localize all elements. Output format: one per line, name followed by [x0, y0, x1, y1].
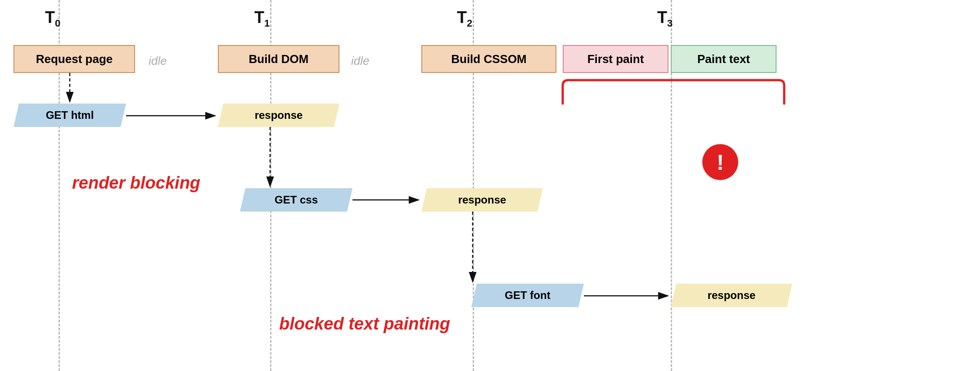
get-css-box: GET css: [240, 188, 352, 212]
error-circle: !: [702, 144, 738, 180]
first-paint-box: First paint: [563, 45, 668, 73]
t1-label: T1: [254, 8, 270, 29]
t0-label: T0: [45, 8, 60, 29]
get-html-box: GET html: [14, 104, 126, 127]
idle1-label: idle: [149, 54, 167, 68]
build-cssom-box: Build CSSOM: [421, 45, 556, 73]
response2-box: response: [421, 188, 543, 212]
get-font-box: GET font: [471, 284, 584, 307]
diagram: T0 T1 T2 T3 Request page idle Build DOM …: [0, 0, 980, 371]
response1-box: response: [218, 104, 339, 127]
t2-label: T2: [457, 8, 472, 29]
response3-box: response: [671, 284, 792, 307]
render-blocking-label: render blocking: [72, 173, 200, 193]
red-brace-svg: [558, 77, 788, 108]
t3-label: T3: [657, 8, 673, 29]
idle2-label: idle: [351, 54, 369, 68]
paint-text-box: Paint text: [671, 45, 777, 73]
build-dom-box: Build DOM: [218, 45, 339, 73]
blocked-text-painting-label: blocked text painting: [279, 314, 450, 334]
request-page-box: Request page: [14, 45, 135, 73]
